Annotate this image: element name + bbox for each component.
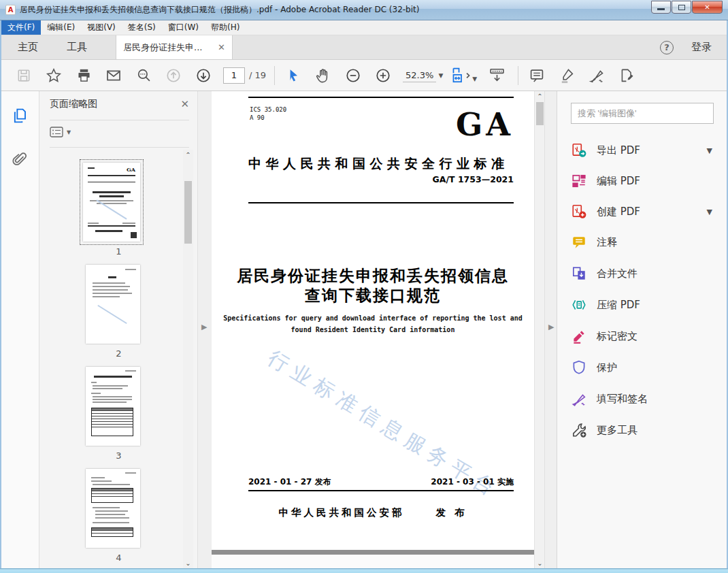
tab-home[interactable]: 主页 [5, 35, 50, 59]
comment-icon[interactable] [527, 65, 547, 86]
minimize-button[interactable] [651, 1, 671, 14]
thumbnail-options-button[interactable]: ▼ [50, 127, 71, 137]
cover-top-rule [248, 97, 514, 98]
select-tool-icon[interactable] [283, 65, 303, 86]
tool-protect[interactable]: 保护 [571, 356, 716, 379]
help-icon[interactable]: ? [660, 41, 674, 54]
thumbnail-scrollbar-thumb[interactable] [184, 181, 192, 244]
tool-more-tools-label: 更多工具 [597, 424, 716, 437]
title-bar[interactable]: A 居民身份证挂失申报和丢失招领信息查询下载接口规范（报批稿）.pdf - Ad… [0, 0, 728, 20]
tool-export-pdf[interactable]: 导出 PDF ▼ [571, 139, 716, 162]
tool-compress-pdf[interactable]: 压缩 PDF [571, 293, 716, 316]
publisher-line: 中华人民共和国公安部 发 布 [212, 506, 534, 519]
fit-width-caret-icon[interactable]: ▼ [472, 76, 477, 82]
sign-in-button[interactable]: 登录 [691, 41, 712, 54]
more-annotation-icon[interactable] [616, 65, 637, 86]
create-pdf-icon [571, 203, 587, 220]
attachments-icon[interactable] [11, 151, 30, 170]
tool-compress-pdf-label: 压缩 PDF [597, 299, 716, 312]
zoom-in-icon[interactable] [373, 65, 393, 86]
email-icon[interactable] [103, 65, 124, 86]
scroll-down-icon[interactable]: ⌄ [183, 559, 193, 567]
fit-width-icon[interactable]: ▼ [451, 65, 477, 86]
tool-protect-label: 保护 [597, 361, 716, 374]
document-scrollbar-thumb[interactable] [536, 102, 544, 125]
previous-page-icon[interactable] [163, 65, 184, 86]
export-pdf-icon [571, 142, 587, 159]
implementation-date: 2021 - 03 - 01 实施 [431, 476, 514, 488]
fill-sign-icon[interactable] [586, 65, 607, 86]
star-icon[interactable] [44, 65, 64, 86]
thumbnail-page-4[interactable] [86, 469, 140, 548]
doc-scroll-down-icon[interactable]: ⌄ [535, 559, 545, 567]
page-count-label: / 19 [249, 70, 266, 80]
thumbnail-page-1[interactable]: GA [83, 163, 140, 242]
thumbnail-page-2-number: 2 [40, 348, 197, 359]
left-panel-edge: ▶ [197, 91, 212, 568]
combine-files-icon [571, 265, 587, 282]
hand-tool-icon[interactable] [313, 65, 333, 86]
print-icon[interactable] [73, 65, 94, 86]
issue-date: 2021 - 01 - 27 发布 [248, 476, 331, 488]
menu-edit[interactable]: 编辑(E) [41, 20, 81, 35]
doc-title-line1: 居民身份证挂失申报和丢失招领信息 [212, 265, 534, 286]
zoom-dropdown-caret-icon[interactable]: ▼ [438, 72, 443, 79]
tool-combine-files[interactable]: 合并文件 [571, 262, 716, 285]
tool-fill-sign[interactable]: 填写和签名 [571, 387, 716, 410]
protect-shield-icon [571, 359, 587, 376]
main-toolbar: / 19 52.3% ▼ ▼ [1, 60, 727, 91]
tool-export-pdf-label: 导出 PDF [597, 144, 697, 157]
window-title: 居民身份证挂失申报和丢失招领信息查询下载接口规范（报批稿）.pdf - Adob… [20, 4, 651, 16]
ics-code: ICS 35.020 [250, 106, 286, 113]
tools-search-input[interactable] [571, 103, 714, 124]
thumbnail-page-3[interactable] [86, 367, 140, 446]
menu-sign[interactable]: 签名(S) [122, 20, 162, 35]
tab-document[interactable]: 居民身份证挂失申... ✕ [116, 35, 233, 59]
zoom-out-icon[interactable] [343, 65, 363, 86]
thumbnail-panel: 页面缩略图 ✕ ▼ GA 1 [40, 91, 197, 568]
maximize-button[interactable] [672, 1, 691, 14]
page-thumbnails-icon[interactable] [11, 106, 30, 125]
tool-fill-sign-label: 填写和签名 [597, 393, 716, 406]
collapse-left-panel-icon[interactable]: ▶ [201, 323, 207, 331]
doc-scroll-up-icon[interactable]: ⌃ [535, 93, 545, 100]
document-pane[interactable]: ICS 35.020 A 90 GA 中华人民共和国公共安全行业标准 GA/T … [212, 91, 534, 568]
doc-subtitle-en2: found Resident Identity Card information [212, 326, 534, 333]
thumbnail-page-4-number: 4 [40, 553, 197, 563]
export-chevron-down-icon[interactable]: ▼ [707, 146, 712, 155]
tab-document-label: 居民身份证挂失申... [123, 42, 212, 54]
menu-help[interactable]: 帮助(H) [205, 20, 246, 35]
search-icon[interactable] [133, 65, 154, 86]
thumbnail-scrollbar[interactable]: ⌃ ⌄ [183, 150, 193, 568]
tab-close-icon[interactable]: ✕ [218, 42, 225, 52]
menu-window[interactable]: 窗口(W) [162, 20, 205, 35]
publisher-name: 中华人民共和国公安部 [278, 507, 404, 518]
close-button[interactable]: ✕ [692, 1, 723, 14]
tool-edit-pdf[interactable]: 编辑 PDF [571, 169, 716, 193]
document-scrollbar[interactable]: ⌃ ⌄ [534, 91, 544, 568]
scroll-up-icon[interactable]: ⌃ [183, 151, 193, 159]
menu-file[interactable]: 文件(F) [1, 20, 41, 35]
tools-panel: 导出 PDF ▼ 编辑 PDF 创建 PDF ▼ 注释 合并文件 压缩 PDF … [557, 91, 727, 568]
thumbnail-ga-logo: GA [127, 166, 135, 173]
pdf-file-icon: A [5, 5, 16, 15]
zoom-level-value[interactable]: 52.3% [403, 69, 436, 82]
expand-right-panel-icon[interactable]: ▶ [548, 323, 554, 331]
tool-more-tools[interactable]: 更多工具 [571, 419, 716, 442]
save-icon[interactable] [14, 65, 34, 86]
next-page-icon[interactable] [193, 65, 214, 86]
compress-pdf-icon [571, 297, 587, 313]
tool-create-pdf-label: 创建 PDF [597, 206, 697, 218]
create-chevron-down-icon[interactable]: ▼ [707, 208, 712, 216]
date-row: 2021 - 01 - 27 发布 2021 - 03 - 01 实施 [248, 476, 514, 491]
tool-redact[interactable]: 标记密文 [571, 325, 716, 348]
page-number-input[interactable] [223, 67, 245, 84]
menu-view[interactable]: 视图(V) [81, 20, 122, 35]
highlighter-icon[interactable] [557, 65, 577, 86]
tool-create-pdf[interactable]: 创建 PDF ▼ [571, 200, 716, 223]
thumbnail-panel-close-icon[interactable]: ✕ [180, 98, 189, 110]
tool-comment[interactable]: 注释 [571, 231, 716, 254]
collapse-toolbar-icon[interactable] [486, 65, 507, 86]
tab-tools[interactable]: 工具 [54, 35, 99, 59]
thumbnail-page-2[interactable] [86, 265, 140, 344]
